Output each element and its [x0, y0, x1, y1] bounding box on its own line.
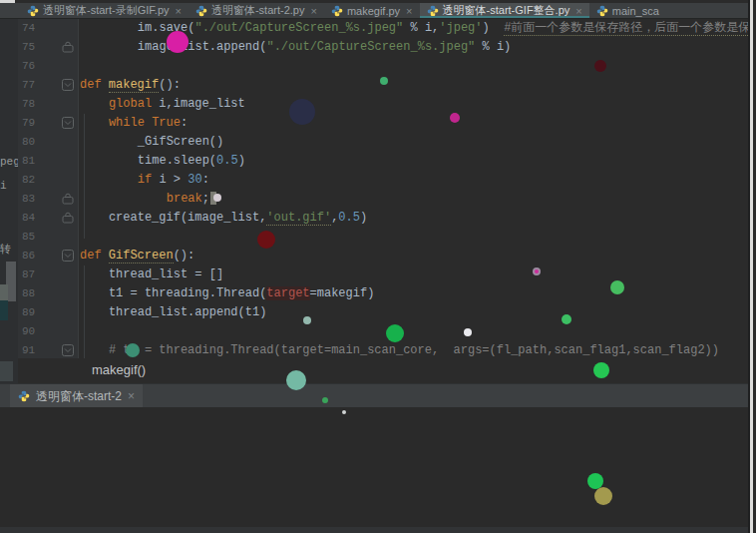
code-editor[interactable]: 74im.save("./out/CaptureScreen_%s.jpeg" … [18, 19, 756, 358]
python-icon [195, 5, 207, 17]
code-line[interactable]: 86def GifScreen(): [18, 247, 756, 266]
particle-dot [610, 280, 624, 294]
run-tab[interactable]: 透明窗体-start-2 × [10, 384, 143, 408]
editor-tab-label: 透明窗体-start-录制GIF.py [43, 3, 170, 18]
code-text: _GifScreen() [80, 133, 223, 152]
particle-dot [594, 487, 612, 505]
code-text: create_gif(image_list,'out.gif',0.5) [80, 209, 367, 228]
code-line[interactable]: 88t1 = threading.Thread(target=makegif) [18, 284, 756, 303]
code-token: ) [238, 154, 245, 168]
tab-close-icon[interactable]: × [575, 5, 581, 17]
python-icon [427, 5, 439, 17]
python-icon [27, 5, 39, 17]
code-token: makegif [109, 78, 159, 93]
code-token: : [202, 173, 209, 187]
line-number: 85 [22, 228, 48, 247]
code-token: i > [159, 173, 188, 187]
code-token: ) [483, 21, 505, 35]
code-line[interactable]: 89thread_list.append(t1) [18, 303, 756, 322]
particle-dot [257, 231, 275, 249]
ide-window: 透明窗体-start-录制GIF.py×透明窗体-start-2.py×make… [0, 0, 756, 533]
code-text: global i,image_list [80, 95, 245, 114]
clipped-text-fragment: 转 [0, 242, 11, 257]
line-number: 81 [22, 152, 48, 171]
editor-tab[interactable]: main_sca [589, 3, 666, 18]
fold-chevron-icon[interactable] [62, 344, 74, 356]
particle-dot [322, 397, 328, 403]
code-line[interactable]: 78global i,image_list [18, 95, 756, 114]
code-token: 0.5 [338, 211, 360, 225]
fold-chevron-icon[interactable] [62, 117, 74, 129]
code-token: # t2 = threading.Thread(target=main_scan… [109, 343, 719, 357]
code-line[interactable]: 83break; [18, 190, 756, 209]
code-token: (): [159, 78, 181, 92]
fold-chevron-icon[interactable] [62, 250, 74, 262]
editor-tab[interactable]: 透明窗体-start-录制GIF.py× [20, 3, 189, 18]
code-token: True [152, 116, 181, 130]
code-token: (): [174, 249, 195, 263]
line-number: 77 [22, 76, 48, 95]
code-token: GifScreen [109, 249, 174, 264]
code-text: while True: [80, 114, 188, 133]
code-token: while [109, 116, 152, 130]
background-window-fragment [0, 300, 8, 320]
particle-dot [289, 99, 315, 125]
code-token: break [167, 192, 202, 206]
active-tab-underline [420, 16, 589, 18]
particle-dot [464, 328, 472, 336]
fold-region-icon[interactable] [62, 41, 74, 53]
tab-close-icon[interactable]: × [310, 5, 316, 17]
fold-region-icon[interactable] [62, 193, 74, 205]
code-line[interactable]: 75image_list.append("./out/CaptureScreen… [18, 38, 756, 57]
clipped-text-fragment: i [0, 180, 7, 192]
code-line[interactable]: 87thread_list = [] [18, 266, 756, 284]
fold-region-icon[interactable] [62, 212, 74, 224]
code-token: im.save( [138, 21, 195, 35]
line-number: 84 [22, 209, 48, 228]
breadcrumb-item-makegif[interactable]: makegif() [92, 362, 146, 377]
code-token: % i, [403, 21, 439, 35]
code-line[interactable]: 85 [18, 228, 756, 247]
code-text: # t2 = threading.Thread(target=main_scan… [80, 341, 719, 358]
editor-tab[interactable]: 透明窗体-start-GIF整合.py× [420, 3, 589, 18]
line-number: 88 [22, 284, 48, 303]
tab-close-icon[interactable]: × [176, 5, 182, 17]
editor-tab[interactable]: makegif.py× [324, 3, 420, 18]
particle-dot [342, 410, 346, 414]
line-number: 74 [22, 19, 48, 38]
code-line[interactable]: 82if i > 30: [18, 171, 756, 190]
python-icon [596, 5, 608, 17]
code-token: 'jpeg' [439, 21, 482, 35]
line-number: 78 [22, 95, 48, 114]
tab-close-icon[interactable]: × [406, 5, 412, 17]
code-line[interactable]: 79while True: [18, 114, 756, 133]
code-token: 0.5 [216, 154, 238, 168]
particle-dot [386, 324, 404, 342]
code-token: global [109, 97, 159, 111]
line-number: 79 [22, 114, 48, 133]
line-number: 82 [22, 171, 48, 190]
code-token: target [266, 286, 309, 300]
particle-dot [593, 362, 609, 378]
code-token: if [138, 173, 160, 187]
code-line[interactable]: 81time.sleep(0.5) [18, 152, 756, 171]
code-line[interactable]: 74im.save("./out/CaptureScreen_%s.jpeg" … [18, 19, 756, 38]
code-token: "./out/CaptureScreen_%s.jpeg" [266, 40, 475, 54]
code-token: time.sleep( [138, 154, 216, 168]
code-token: def [80, 249, 109, 263]
code-line[interactable]: 80_GifScreen() [18, 133, 756, 152]
editor-tab[interactable]: 透明窗体-start-2.py× [189, 3, 324, 18]
code-text: def GifScreen(): [80, 247, 194, 266]
code-text: image_list.append("./out/CaptureScreen_%… [80, 38, 511, 57]
code-text: thread_list.append(t1) [80, 303, 266, 322]
particle-dot [286, 370, 306, 390]
editor-tab-label: 透明窗体-start-2.py [211, 3, 305, 18]
editor-tab-label: main_sca [612, 5, 659, 17]
line-number: 86 [22, 247, 48, 266]
code-line[interactable]: 76 [18, 57, 756, 76]
fold-chevron-icon[interactable] [62, 79, 74, 91]
code-line[interactable]: 84create_gif(image_list,'out.gif',0.5) [18, 209, 756, 228]
code-token: "./out/CaptureScreen_%s.jpeg" [194, 21, 403, 35]
code-token: 30 [188, 173, 201, 187]
run-tab-close-icon[interactable]: × [128, 389, 135, 403]
